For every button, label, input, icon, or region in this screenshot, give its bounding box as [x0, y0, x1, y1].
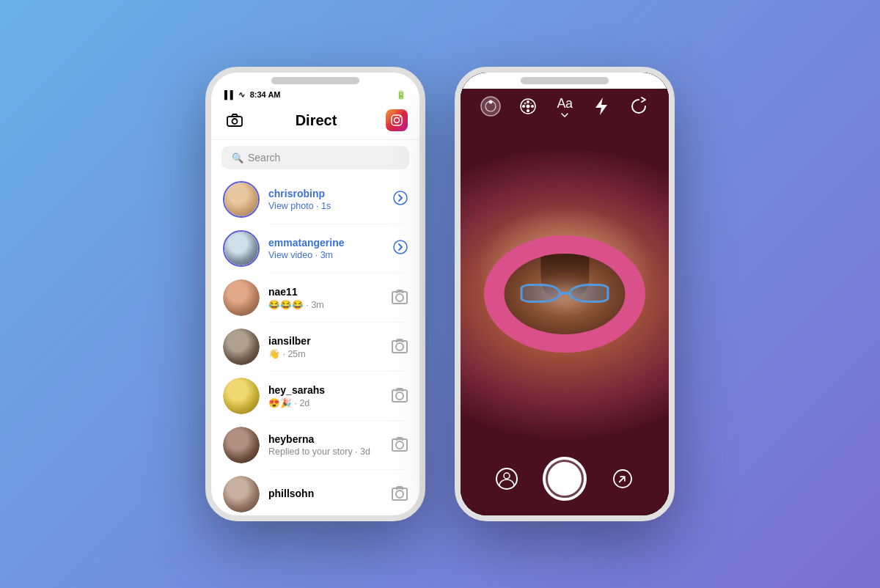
list-item[interactable]: phillsohn	[211, 470, 419, 518]
svg-rect-0	[227, 117, 242, 126]
username-label: chrisrobinp	[268, 188, 384, 199]
list-item[interactable]: hey_sarahs 😍🎉 · 2d	[211, 372, 419, 420]
avatar	[223, 230, 260, 267]
avatar-image	[223, 328, 260, 365]
search-icon: 🔍	[232, 152, 243, 163]
svg-point-7	[481, 97, 500, 116]
avatar	[223, 181, 260, 218]
ar-face-inner	[505, 254, 626, 334]
svg-point-5	[394, 191, 407, 205]
message-preview: View video · 3m	[268, 250, 384, 260]
effects-button[interactable]	[515, 93, 541, 120]
message-preview: 😍🎉 · 2d	[268, 397, 383, 408]
arrow-action-icon[interactable]	[393, 240, 408, 258]
flip-camera-button[interactable]	[626, 93, 652, 120]
search-placeholder: Search	[248, 152, 280, 163]
svg-point-17	[530, 103, 532, 104]
message-preview: 👋 · 25m	[268, 348, 383, 359]
username-label: heyberna	[268, 433, 383, 445]
username-label: emmatangerine	[268, 237, 384, 249]
profile-gallery-button[interactable]	[494, 466, 520, 492]
svg-point-12	[527, 109, 529, 112]
gallery-button[interactable]	[477, 93, 504, 120]
message-content: heyberna Replied to your story · 3d	[268, 433, 383, 457]
svg-point-6	[394, 240, 407, 254]
camera-top-controls: Aa	[461, 93, 669, 120]
list-item[interactable]: chrisrobinp View photo · 1s	[211, 175, 419, 224]
username-label: iansilber	[268, 335, 383, 347]
send-icon	[612, 468, 633, 489]
avatar	[223, 476, 260, 512]
sg-bridge	[561, 292, 568, 295]
profile-icon	[495, 467, 518, 490]
battery-icon: 🔋	[396, 90, 406, 100]
ar-sunglasses	[516, 282, 613, 305]
list-item[interactable]: emmatangerine View video · 3m	[211, 224, 419, 273]
flash-icon	[593, 97, 609, 116]
speaker-right	[521, 77, 609, 84]
phone-camera: Aa	[455, 67, 675, 521]
speaker	[271, 77, 359, 84]
search-bar[interactable]: 🔍 Search	[221, 146, 409, 169]
message-content: iansilber 👋 · 25m	[268, 335, 383, 359]
phone-direct-messages: ▌▌ ∿ 8:34 AM 🔋 Direct	[205, 67, 425, 521]
sg-right-lens	[568, 284, 609, 303]
username-label: phillsohn	[268, 488, 383, 499]
message-content: emmatangerine View video · 3m	[268, 237, 384, 260]
message-content: chrisrobinp View photo · 1s	[268, 188, 384, 211]
gallery-icon	[480, 95, 502, 117]
svg-point-9	[489, 100, 493, 104]
avatar	[223, 328, 260, 365]
shutter-button[interactable]	[543, 457, 587, 501]
camera-bottom-controls	[461, 457, 669, 501]
ar-lip-ring	[484, 235, 645, 353]
camera-button[interactable]	[223, 109, 246, 132]
message-preview: 😂😂😂 · 3m	[268, 299, 383, 310]
camera-action-icon[interactable]	[392, 488, 408, 501]
svg-point-13	[522, 105, 525, 108]
camera-action-icon[interactable]	[392, 389, 408, 403]
signal-time: ▌▌ ∿ 8:34 AM	[224, 90, 281, 100]
text-button[interactable]: Aa	[551, 96, 578, 117]
message-preview: Replied to your story · 3d	[268, 446, 383, 457]
message-list: chrisrobinp View photo · 1s emmatanger	[211, 175, 419, 518]
arrow-action-icon[interactable]	[393, 191, 408, 209]
avatar	[223, 427, 260, 463]
username-label: hey_sarahs	[268, 384, 383, 396]
list-item[interactable]: heyberna Replied to your story · 3d	[211, 421, 419, 469]
camera-screen: Aa	[461, 73, 669, 515]
message-content: nae11 😂😂😂 · 3m	[268, 286, 383, 310]
avatar-image	[223, 476, 260, 512]
avatar	[223, 378, 260, 414]
avatar-image	[223, 378, 260, 414]
camera-action-icon[interactable]	[392, 291, 408, 304]
svg-point-4	[399, 117, 400, 118]
message-content: hey_sarahs 😍🎉 · 2d	[268, 384, 383, 408]
message-preview: View photo · 1s	[268, 201, 384, 211]
message-content: phillsohn	[268, 488, 383, 501]
list-item[interactable]: nae11 😂😂😂 · 3m	[211, 273, 419, 322]
avatar-image	[224, 183, 258, 216]
flash-button[interactable]	[588, 93, 615, 120]
page-title: Direct	[296, 112, 337, 129]
svg-point-1	[232, 119, 238, 124]
avatar-image	[223, 279, 260, 316]
svg-point-19	[504, 473, 510, 479]
text-mode-label: Aa	[557, 96, 572, 111]
svg-point-16	[524, 103, 526, 105]
avatar	[223, 279, 260, 316]
list-item[interactable]: iansilber 👋 · 25m	[211, 323, 419, 371]
instagram-logo-icon	[390, 114, 403, 127]
camera-action-icon[interactable]	[392, 438, 408, 452]
instagram-icon[interactable]	[386, 109, 408, 131]
camera-icon	[227, 114, 243, 127]
nav-bar: Direct	[211, 103, 419, 140]
username-label: nae11	[268, 286, 383, 298]
avatar-image	[223, 427, 260, 463]
svg-point-11	[527, 100, 529, 103]
avatar-image	[224, 232, 258, 265]
status-icons: 🔋	[396, 90, 406, 100]
send-button[interactable]	[609, 466, 636, 492]
camera-action-icon[interactable]	[392, 340, 408, 353]
svg-point-3	[394, 118, 399, 123]
